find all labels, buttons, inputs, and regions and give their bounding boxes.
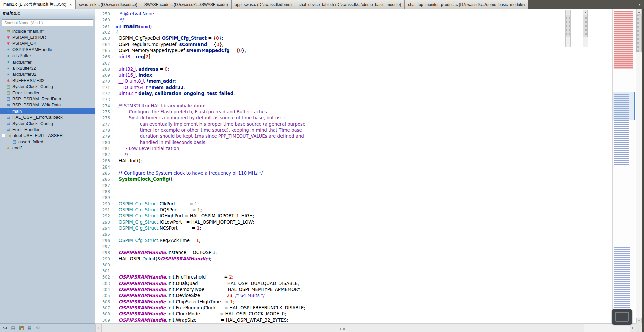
file-tab[interactable]: main2.c (E:\公共库halib相关\...\Src)× xyxy=(0,0,76,9)
horizontal-scrollbar[interactable]: ◄ ► xyxy=(95,323,636,332)
code-line[interactable]: 279 : duration should be kept 1ms since … xyxy=(95,133,481,139)
file-tab[interactable]: SWASEncode.c (D:\swassdk\...\SWASEncode) xyxy=(141,0,232,9)
code-line[interactable]: 276 : - Systick timer is configured by d… xyxy=(95,115,481,121)
symbol-item[interactable]: aRxBuffer32 xyxy=(0,71,95,77)
code-editor[interactable]: 259 : * @retval None260 : */261 :int mai… xyxy=(95,9,481,323)
code-line[interactable]: 260 : */ xyxy=(95,17,481,23)
code-line[interactable]: 264 : OSPI_RegularCmdTypeDef sCommand = … xyxy=(95,42,481,48)
code-line[interactable]: 278 : timer for example or other time so… xyxy=(95,127,481,133)
code-line[interactable]: 281 : - Low Level Initialization xyxy=(95,146,481,152)
symbol-item[interactable]: BUFFERSIZE32 xyxy=(0,77,95,83)
code-line[interactable]: 259 : * @retval None xyxy=(95,11,481,17)
scroll-up-icon[interactable]: ▲ xyxy=(636,9,642,15)
scroll-right-icon[interactable]: ► xyxy=(630,324,636,332)
collapse-icon[interactable] xyxy=(2,134,5,137)
horizontal-scrollbar-thumb[interactable] xyxy=(101,324,584,332)
symbol-item[interactable]: include "main.h" xyxy=(0,28,95,34)
background-pane-scrollbar[interactable]: ▲ xyxy=(583,10,588,47)
vertical-scrollbar[interactable]: ▲ ▼ xyxy=(636,9,642,323)
symbol-item[interactable]: main xyxy=(0,108,95,114)
code-line[interactable]: 307 : OSPIPSRAMHandle.Init.FreeRunningCl… xyxy=(95,305,481,311)
code-line[interactable]: 291 : OSPIM_Cfg_Struct.DQSPort = 1; xyxy=(95,207,481,213)
vertical-scrollbar-thumb[interactable] xyxy=(636,15,642,52)
code-line[interactable]: 268 : uint32_t address = 0; xyxy=(95,66,481,72)
book-icon[interactable] xyxy=(27,325,32,330)
code-line[interactable]: 274 : /* STM32L4xx HAL library initializ… xyxy=(95,103,481,109)
code-line[interactable]: 292 : OSPIM_Cfg_Struct.IOHighPort = HAL_… xyxy=(95,213,481,219)
code-line[interactable]: 284 : xyxy=(95,164,481,170)
symbol-item[interactable]: Error_Handler xyxy=(0,126,95,132)
code-line[interactable]: 277 : can eventually implement his prope… xyxy=(95,121,481,127)
code-line[interactable]: 306 : OSPIPSRAMHandle.Init.ChipSelectHig… xyxy=(95,299,481,305)
scrollbar-thumb[interactable] xyxy=(583,15,588,37)
code-line[interactable]: 287 : xyxy=(95,183,481,189)
code-line[interactable]: 273 : xyxy=(95,97,481,103)
code-line[interactable]: 265 : OSPI_MemoryMappedTypeDef sMemMappe… xyxy=(95,48,481,54)
symbol-item[interactable]: ifdef USE_FULL_ASSERT xyxy=(0,133,95,139)
file-tab[interactable]: chal_device_table.h (D:\swassdk\...\demo… xyxy=(295,0,405,9)
code-line[interactable]: 286 : SystemClock_Config(); xyxy=(95,176,481,182)
symbol-item[interactable]: SystemClock_Config xyxy=(0,84,95,90)
code-line[interactable]: 304 : OSPIPSRAMHandle.Init.MemoryType = … xyxy=(95,287,481,293)
tab-close-icon[interactable]: × xyxy=(69,2,72,7)
code-line[interactable]: 269 : uint16_t index; xyxy=(95,72,481,78)
code-line[interactable]: 261 :int main(void) xyxy=(95,23,481,29)
code-line[interactable]: 280 : handled in milliseconds basis. xyxy=(95,140,481,146)
code-line[interactable]: 305 : OSPIPSRAMHandle.Init.DeviceSize = … xyxy=(95,293,481,299)
code-line[interactable]: 272 : uint32_t delay, calibration_ongoin… xyxy=(95,91,481,97)
file-list-icon[interactable] xyxy=(11,325,16,330)
code-line[interactable]: 267 : xyxy=(95,60,481,66)
sort-az-icon[interactable] xyxy=(2,325,7,330)
code-line[interactable]: 289 : xyxy=(95,195,481,201)
code-line[interactable]: 297 : xyxy=(95,244,481,250)
code-line[interactable]: 270 : __IO uint8_t *mem_addr; xyxy=(95,78,481,84)
symbol-search-input[interactable] xyxy=(2,19,93,26)
code-line[interactable]: 295 : xyxy=(95,231,481,237)
code-line[interactable]: 302 : OSPIPSRAMHandle.Init.FifoThreshold… xyxy=(95,274,481,280)
code-line[interactable]: 300 : xyxy=(95,262,481,268)
scroll-down-icon[interactable]: ▼ xyxy=(636,318,642,323)
code-line[interactable]: 308 : OSPIPSRAMHandle.Init.ClockMode = H… xyxy=(95,311,481,317)
symbol-item[interactable]: endif xyxy=(0,145,95,151)
scroll-left-icon[interactable]: ◄ xyxy=(95,324,101,332)
code-line[interactable]: 294 : OSPIM_Cfg_Struct.NCSPort = 1; xyxy=(95,225,481,231)
code-line[interactable]: 282 : */ xyxy=(95,152,481,158)
tab-overflow-button[interactable]: ▾ xyxy=(635,0,644,9)
symbol-item[interactable]: PSRAM_ERROR xyxy=(0,34,95,40)
symbol-item[interactable]: aTxBuffer32 xyxy=(0,65,95,71)
symbol-item[interactable]: BSP_PSRAM_ReadData xyxy=(0,96,95,102)
background-pane-scrollbar[interactable]: ▲ xyxy=(565,10,571,47)
code-line[interactable]: 293 : OSPIM_Cfg_Struct.IOLowPort = HAL_O… xyxy=(95,219,481,225)
symbol-item[interactable]: assert_failed xyxy=(0,139,95,145)
file-tab[interactable]: chal_top_monitor_product.c (D:\swassdk\.… xyxy=(405,0,528,9)
settings-icon[interactable] xyxy=(35,325,41,330)
symbol-item[interactable]: PSRAM_OK xyxy=(0,40,95,46)
symbol-item[interactable]: aRxBuffer xyxy=(0,59,95,65)
file-tab[interactable]: app_swas.c (D:\swassdk\demo) xyxy=(232,0,295,9)
symbol-item[interactable]: SystemClock_Config xyxy=(0,120,95,126)
code-line[interactable]: 296 : OSPIM_Cfg_Struct.Req2AckTime = 1; xyxy=(95,238,481,244)
code-line[interactable]: 266 : uint8_t reg[2]; xyxy=(95,54,481,60)
symbol-item[interactable]: OSPIPSRAMHandle xyxy=(0,46,95,52)
code-line[interactable]: 309 : OSPIPSRAMHandle.Init.WrapSize = HA… xyxy=(95,317,481,323)
symbol-item[interactable]: HAL_OSPI_ErrorCallback xyxy=(0,114,95,120)
code-line[interactable]: 298 : OSPIPSRAMHandle.Instance = OCTOSPI… xyxy=(95,250,481,256)
code-line[interactable]: 262 :{ xyxy=(95,29,481,35)
code-line[interactable]: 263 : OSPIM_CfgTypeDef OSPIM_Cfg_Struct … xyxy=(95,35,481,41)
symbol-item[interactable]: aTxBuffer xyxy=(0,53,95,59)
code-line[interactable]: 283 : HAL_Init(); xyxy=(95,158,481,164)
code-line[interactable]: 303 : OSPIPSRAMHandle.Init.DualQuad = HA… xyxy=(95,281,481,287)
minimap[interactable] xyxy=(612,9,635,323)
file-tab[interactable]: swas_sdk.c (D:\swassdk\source) xyxy=(76,0,141,9)
scroll-up-icon[interactable]: ▲ xyxy=(583,10,588,15)
code-line[interactable]: 290 : OSPIM_Cfg_Struct.ClkPort = 1; xyxy=(95,201,481,207)
code-line[interactable]: 275 : - Configure the Flash prefetch, Fl… xyxy=(95,109,481,115)
code-line[interactable]: 288 : xyxy=(95,189,481,195)
code-line[interactable]: 271 : __IO uint64_t *mem_addr32; xyxy=(95,85,481,91)
minimap-viewport[interactable] xyxy=(613,92,635,120)
code-line[interactable]: 285 : /* Configure the System clock to h… xyxy=(95,170,481,176)
scrollbar-thumb[interactable] xyxy=(566,15,570,37)
symbol-item[interactable]: BSP_PSRAM_WriteData xyxy=(0,102,95,108)
symbol-item[interactable]: Error_Handler xyxy=(0,90,95,96)
members-icon[interactable] xyxy=(19,326,24,330)
